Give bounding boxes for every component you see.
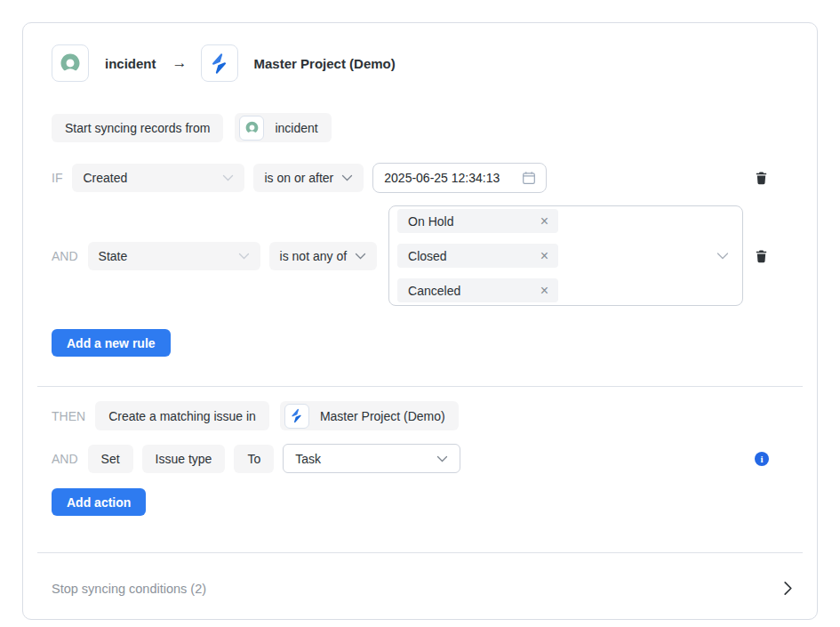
add-rule-button[interactable]: Add a new rule [52,329,171,357]
jira-logo-box-small [284,404,309,429]
field-select-state[interactable]: State [88,242,260,270]
rule-row-and: AND State is not any of On Hold × [52,205,788,306]
start-syncing-row: Start syncing records from incident [52,113,788,142]
chevron-right-icon [783,581,793,596]
selected-tag: Closed × [397,244,558,268]
info-icon[interactable]: i [755,452,769,466]
remove-tag-icon[interactable]: × [540,284,548,298]
and-label: AND [52,452,78,466]
remove-tag-icon[interactable]: × [540,249,548,263]
jira-icon [208,52,230,75]
target-project-label: Master Project (Demo) [320,409,445,423]
field-chip: Issue type [142,445,226,473]
target-project-chip: Master Project (Demo) [280,401,459,430]
datetime-value: 2025-06-25 12:34:13 [384,171,500,185]
servicenow-icon [59,52,82,75]
stop-syncing-conditions-row[interactable]: Stop syncing conditions (2) [23,553,817,620]
chevron-down-icon[interactable] [716,252,729,260]
operator-select-state[interactable]: is not any of [269,242,378,270]
target-project-name: Master Project (Demo) [254,56,396,71]
arrow-right-icon: → [172,54,188,72]
calendar-icon[interactable] [522,171,536,185]
issue-type-select[interactable]: Task [283,444,460,473]
section-divider [37,386,803,387]
servicenow-logo-box-small [239,116,264,141]
selected-tag: Canceled × [397,278,558,302]
action-row-set: AND Set Issue type To Task i [52,444,788,473]
datetime-input[interactable]: 2025-06-25 12:34:13 [372,163,547,193]
trash-icon [754,248,769,264]
source-app-name: incident [105,56,156,71]
stop-syncing-label: Stop syncing conditions (2) [52,582,206,596]
delete-rule-button[interactable] [754,170,769,186]
start-syncing-chip: Start syncing records from [52,114,223,142]
state-multiselect[interactable]: On Hold × Closed × Canceled × [388,205,743,306]
set-chip: Set [88,445,133,473]
servicenow-logo-box [52,44,89,82]
chevron-down-icon [341,174,353,181]
remove-tag-icon[interactable]: × [540,214,548,229]
delete-rule-button[interactable] [754,248,769,264]
chevron-down-icon [355,253,366,260]
jira-logo-box [201,44,238,82]
source-record-label: incident [275,121,317,135]
selected-values: On Hold × Closed × Canceled × [397,209,558,302]
chevron-down-icon [436,455,448,462]
chevron-down-icon [238,253,250,260]
operator-select-date[interactable]: is on or after [253,164,364,192]
source-record-chip: incident [235,113,331,142]
field-select-created[interactable]: Created [72,164,244,192]
then-label: THEN [52,409,85,423]
servicenow-icon [244,120,260,135]
flow-header: incident → Master Project (Demo) [52,45,788,81]
rule-row-if: IF Created is on or after 2025-06-25 12:… [52,163,788,193]
to-chip: To [234,445,274,473]
action-row-then: THEN Create a matching issue in Master P… [52,401,788,430]
create-action-chip: Create a matching issue in [95,401,269,430]
add-action-button[interactable]: Add action [52,488,146,516]
sync-rules-card: incident → Master Project (Demo) Start s… [22,22,818,620]
trash-icon [754,170,769,186]
and-label: AND [52,249,78,263]
if-label: IF [52,171,62,185]
selected-tag: On Hold × [397,209,558,233]
chevron-down-icon [222,174,234,181]
jira-icon [289,408,304,423]
